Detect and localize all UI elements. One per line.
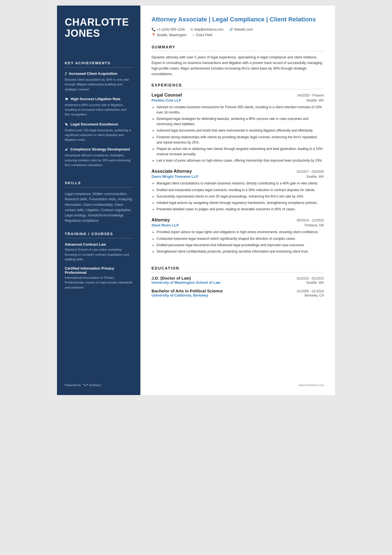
linkedin-icon: 🔗 — [229, 28, 233, 31]
achievement-desc: Developed efficient compliance strategie… — [65, 153, 133, 167]
contact-phone: 📞 +1-(234)-555-1234 — [152, 28, 185, 31]
exp-header-row: Associate Attorney 01/2017 - 03/2020 — [152, 169, 324, 174]
extra-value: Extra Field — [196, 33, 212, 37]
linkedin-value: linkedin.com — [234, 28, 253, 31]
exp-company: Stoel Rives LLP — [152, 223, 179, 227]
achievement-icon: ⤴ — [65, 72, 67, 76]
summary-text: Dynamic attorney with over 5 years of le… — [152, 55, 324, 77]
course-item: Certified Information Privacy Profession… — [65, 266, 133, 290]
exp-bullet: Drafted persuasive legal documents that … — [157, 243, 324, 248]
star-icon: ☆ — [192, 33, 195, 37]
main-content: Attorney Associate | Legal Compliance | … — [140, 6, 335, 395]
job-title: Attorney Associate | Legal Compliance | … — [152, 16, 324, 24]
achievement-title: High Success Litigation Rate — [71, 97, 120, 101]
exp-bullet: Presented detailed cases to judges and j… — [157, 207, 324, 212]
achievement-desc: Achieved a 90% success rate in litigatio… — [65, 103, 133, 117]
edu-school: University of California, Berkeley — [152, 293, 208, 297]
exp-bullet: Provided expert advice on legal rights a… — [157, 230, 324, 235]
edu-degree: Bachelor of Arts in Political Science — [152, 288, 223, 293]
course-title: Certified Information Privacy Profession… — [65, 266, 133, 275]
exp-bullet: Strengthened client confidentiality prot… — [157, 249, 324, 254]
enhancv-logo: Enhancv — [83, 383, 101, 387]
achievement-title: Compliance Strategy Development — [70, 147, 130, 151]
edu-item: Bachelor of Arts in Political Science 01… — [152, 288, 324, 297]
achievement-item: ⚑ High Success Litigation Rate Achieved … — [65, 97, 133, 117]
edu-school-row: University of California, Berkeley Berke… — [152, 293, 324, 297]
experience-title: EXPERIENCE — [152, 83, 324, 87]
exp-company: Davis Wright Tremaine LLP — [152, 174, 198, 179]
edu-school-row: University of Washington School of Law S… — [152, 280, 324, 285]
candidate-name: CHARLOTTE JONES — [65, 17, 133, 39]
training-section-title: TRAINING / COURSES — [65, 232, 133, 236]
achievements-section-title: KEY ACHIEVEMENTS — [65, 61, 133, 65]
main-footer: www.enhancv.com — [152, 378, 324, 387]
achievement-icon: ✔ — [65, 147, 68, 152]
contact-row: 📞 +1-(234)-555-1234 ✉ help@enhancv.com 🔗… — [152, 28, 324, 31]
exp-bullet: Conducted extensive legal research which… — [157, 236, 324, 241]
achievement-header: ⚑ High Success Litigation Rate — [65, 97, 133, 102]
exp-location: Seattle, WA — [306, 175, 324, 179]
exp-date: 04/2020 - Present — [297, 93, 324, 97]
achievement-title: Increased Client Acquisition — [69, 71, 117, 76]
course-desc: Stanford School of Law online workshop f… — [65, 247, 133, 262]
exp-bullet: Fostered strong relationships with clien… — [157, 135, 324, 145]
edu-degree: J.D. (Doctor of Law) — [152, 276, 191, 280]
exp-date: 01/2017 - 03/2020 — [297, 170, 324, 174]
achievement-header: ⤴ Increased Client Acquisition — [65, 71, 133, 76]
exp-job-title: Attorney — [152, 218, 170, 223]
achievements-divider — [65, 67, 133, 68]
contact-linkedin: 🔗 linkedin.com — [229, 28, 253, 31]
exp-bullet: Managed client consultations to maintain… — [157, 181, 324, 186]
exp-header-row: Attorney 06/2014 - 12/2016 — [152, 218, 324, 223]
education-divider — [152, 272, 324, 272]
exp-date: 06/2014 - 12/2016 — [297, 218, 324, 222]
training-divider — [65, 238, 133, 238]
exp-header-row: Legal Counsel 04/2020 - Present — [152, 93, 324, 98]
phone-value: +1-(234)-555-1234 — [157, 28, 185, 31]
exp-job-title: Associate Attorney — [152, 169, 192, 174]
education-title: EDUCATION — [152, 266, 324, 270]
achievement-header: ✎ Legal Document Excellence — [65, 122, 133, 127]
course-title: Advanced Contract Law — [65, 242, 133, 246]
achievement-item: ✔ Compliance Strategy Development Develo… — [65, 147, 133, 167]
achievement-desc: Drafted over 150 legal documents, achiev… — [65, 128, 133, 142]
achievement-item: ✎ Legal Document Excellence Drafted over… — [65, 122, 133, 142]
skills-section-title: SKILLS — [65, 181, 133, 185]
edu-item: J.D. (Doctor of Law) 01/2010 - 01/2013 U… — [152, 276, 324, 285]
exp-bullets: Managed client consultations to maintain… — [152, 181, 324, 213]
achievement-title: Legal Document Excellence — [70, 122, 118, 126]
location-value: Seattle, Washington — [157, 33, 187, 37]
achievement-item: ⤴ Increased Client Acquisition Boosted c… — [65, 71, 133, 92]
achievements-list: ⤴ Increased Client Acquisition Boosted c… — [65, 71, 133, 172]
footer-url: www.enhancv.com — [299, 383, 324, 387]
exp-bullet: Led a team of junior attorneys on high-s… — [157, 158, 324, 163]
exp-location: Seattle, WA — [306, 98, 324, 102]
exp-bullet: Developed legal strategies for defending… — [157, 116, 324, 127]
course-desc: International Association of Privacy Pro… — [65, 275, 133, 290]
exp-job-title: Legal Counsel — [152, 93, 182, 98]
contact-email: ✉ help@enhancv.com — [190, 28, 223, 31]
edu-school: University of Washington School of Law — [152, 280, 220, 285]
location-icon: 📍 — [152, 33, 156, 37]
sidebar: CHARLOTTE JONES KEY ACHIEVEMENTS ⤴ Incre… — [57, 6, 140, 395]
contact-location: 📍 Seattle, Washington — [152, 33, 187, 37]
achievement-icon: ✎ — [65, 122, 68, 127]
edu-location: Seattle, WA — [306, 281, 324, 285]
summary-divider — [152, 51, 324, 51]
achievement-desc: Boosted client acquisition by 30% in one… — [65, 77, 133, 92]
course-item: Advanced Contract Law Stanford School of… — [65, 242, 133, 262]
achievement-icon: ⚑ — [65, 97, 68, 102]
exp-company-row: Perkins Coie LLP Seattle, WA — [152, 98, 324, 102]
exp-bullet: Drafted and interpreted complex legal co… — [157, 188, 324, 193]
exp-bullet: Successfully represented clients in over… — [157, 194, 324, 199]
brand-name: Enhancv — [89, 383, 101, 387]
sidebar-footer: Powered by Enhancv — [65, 375, 133, 387]
resume-container: CHARLOTTE JONES KEY ACHIEVEMENTS ⤴ Incre… — [57, 6, 335, 395]
email-icon: ✉ — [190, 28, 193, 31]
exp-bullet: Initiated legal actions by navigating cl… — [157, 200, 324, 206]
exp-company-row: Davis Wright Tremaine LLP Seattle, WA — [152, 174, 324, 179]
edu-header-row: J.D. (Doctor of Law) 01/2010 - 01/2013 — [152, 276, 324, 280]
skills-text: Legal compliance, Written communication,… — [65, 191, 133, 223]
edu-date: 01/2006 - 01/2010 — [297, 289, 324, 293]
courses-list: Advanced Contract Law Stanford School of… — [65, 242, 133, 294]
